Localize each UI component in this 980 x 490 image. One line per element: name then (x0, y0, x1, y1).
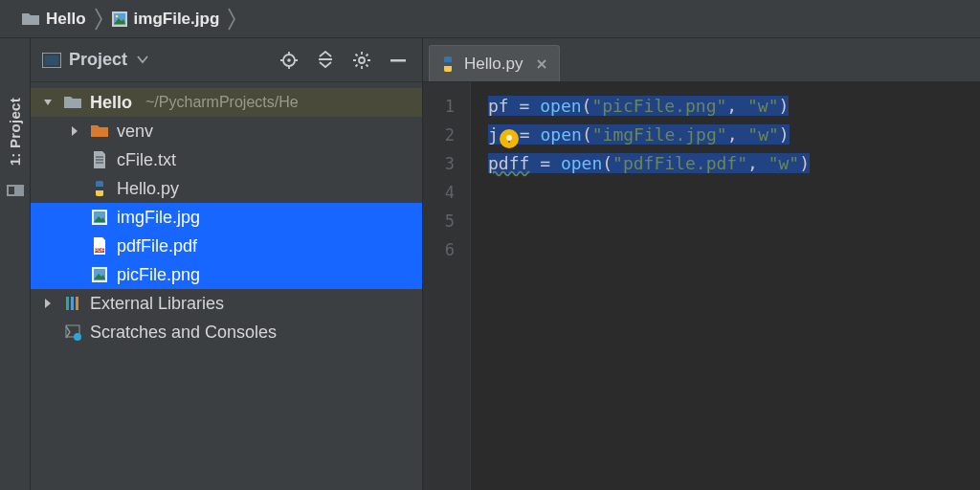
tree-item-hellopy[interactable]: Hello.py (31, 174, 422, 203)
close-icon[interactable] (536, 58, 547, 70)
pdf-file-icon: PDF (90, 237, 109, 255)
chevron-right-icon (40, 298, 56, 309)
svg-rect-6 (45, 56, 58, 65)
svg-point-21 (74, 333, 81, 341)
svg-point-9 (359, 57, 365, 63)
tree-item-external-libraries[interactable]: External Libraries (31, 289, 422, 318)
image-file-icon (90, 209, 109, 226)
svg-rect-10 (390, 59, 406, 62)
editor-tab-hellopy[interactable]: Hello.py (429, 45, 560, 81)
tree-item-label: Scratches and Consoles (90, 323, 277, 343)
lib-icon (63, 295, 82, 312)
line-number: 3 (423, 149, 455, 178)
svg-text:PDF: PDF (95, 247, 104, 253)
python-file-icon (439, 56, 457, 73)
svg-rect-19 (76, 297, 78, 310)
tree-item-label: pdfFile.pdf (117, 236, 197, 256)
intention-bulb-icon[interactable] (500, 129, 519, 148)
rail-tab-project[interactable]: 1: Project (4, 94, 26, 169)
editor-tab-label: Hello.py (464, 55, 523, 74)
hide-toolwindow-button[interactable] (384, 46, 412, 75)
folder-icon (90, 123, 109, 139)
toolwindow-rail: 1: Project (0, 38, 31, 490)
svg-point-22 (506, 135, 512, 141)
breadcrumb-label: imgFile.jpg (134, 10, 220, 29)
svg-rect-17 (66, 297, 69, 310)
project-view-selector[interactable]: Project (42, 50, 148, 70)
svg-point-2 (115, 14, 118, 17)
tree-item-pdffile[interactable]: PDF pdfFile.pdf (31, 232, 422, 260)
breadcrumb-label: Hello (46, 10, 86, 29)
image-file-icon (111, 11, 128, 28)
folder-icon (21, 11, 40, 27)
tree-item-label: Hello.py (117, 179, 179, 199)
breadcrumb-item-file[interactable]: imgFile.jpg (111, 10, 220, 29)
scratch-icon (63, 323, 82, 341)
text-file-icon (90, 151, 109, 168)
project-rail-icon (7, 183, 24, 198)
python-file-icon (90, 180, 109, 197)
tree-item-label: picFile.png (117, 265, 200, 285)
tree-item-label: venv (117, 122, 153, 142)
settings-button[interactable] (347, 46, 376, 75)
svg-rect-4 (9, 187, 14, 194)
tree-item-label: imgFile.jpg (117, 208, 200, 228)
line-number: 1 (423, 92, 455, 121)
tree-item-imgfile[interactable]: imgFile.jpg (31, 203, 422, 232)
chevron-right-icon (90, 2, 107, 36)
chevron-right-icon (223, 2, 240, 36)
tree-item-scratches[interactable]: Scratches and Consoles (31, 318, 422, 346)
project-tree[interactable]: Hello ~/PycharmProjects/He venv cFile.tx… (31, 82, 422, 358)
line-number: 4 (423, 178, 455, 207)
svg-point-8 (287, 58, 291, 62)
editor-body: 1 2 3 4 5 6 pf = open("picFile.png", "w"… (423, 82, 980, 490)
editor-tabs: Hello.py (423, 38, 980, 82)
code-line: j= open("imgFile.jpg", "w") (488, 121, 980, 149)
chevron-down-icon (40, 97, 56, 108)
tree-item-venv[interactable]: venv (31, 117, 422, 145)
editor-gutter: 1 2 3 4 5 6 (423, 82, 471, 490)
tree-item-cfile[interactable]: cFile.txt (31, 145, 422, 174)
tree-root-name: Hello (90, 93, 132, 113)
project-view-icon (42, 53, 61, 68)
tree-item-label: cFile.txt (117, 150, 176, 170)
chevron-down-icon (137, 56, 148, 64)
chevron-right-icon (67, 125, 82, 137)
code-line: pf = open("picFile.png", "w") (488, 92, 980, 121)
line-number: 5 (423, 207, 455, 235)
editor-area: Hello.py 1 2 3 4 5 6 pf = open("picFile.… (423, 38, 980, 490)
tree-item-label: External Libraries (90, 294, 224, 314)
breadcrumb-item-root[interactable]: Hello (21, 10, 86, 29)
project-view-label: Project (69, 50, 127, 70)
tree-root-path: ~/PycharmProjects/He (145, 94, 299, 111)
tree-item-picfile[interactable]: picFile.png (31, 260, 422, 289)
svg-rect-23 (508, 141, 510, 143)
locate-button[interactable] (275, 46, 303, 75)
code-line: pdff = open("pdfFile.pdf", "w") (488, 149, 980, 178)
breadcrumb: Hello imgFile.jpg (0, 0, 980, 38)
project-toolwindow-header: Project (31, 38, 422, 82)
tree-root[interactable]: Hello ~/PycharmProjects/He (31, 88, 422, 117)
line-number: 2 (423, 121, 455, 149)
collapse-all-button[interactable] (311, 46, 340, 75)
line-number: 6 (423, 235, 455, 264)
project-toolwindow: Project (31, 38, 423, 490)
folder-icon (63, 95, 82, 110)
editor-code[interactable]: pf = open("picFile.png", "w") j= open("i… (471, 82, 980, 490)
svg-rect-18 (71, 297, 74, 310)
image-file-icon (90, 266, 109, 283)
